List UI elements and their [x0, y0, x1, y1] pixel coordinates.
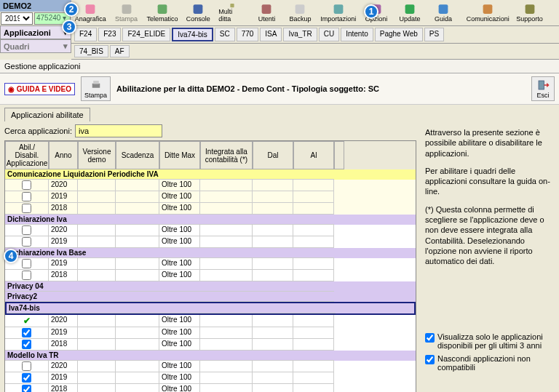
table-row[interactable]: 2019Oltre 100 — [5, 372, 416, 384]
panel-exit-button[interactable]: Esci — [531, 76, 555, 101]
tb-supporto[interactable]: Supporto — [514, 1, 544, 24]
year-select[interactable]: 2019 — [1, 12, 33, 25]
badge-4: 4 — [4, 249, 18, 263]
row-checkbox[interactable] — [22, 237, 31, 247]
svg-rect-3 — [194, 4, 203, 14]
row-checkbox[interactable] — [22, 259, 31, 268]
tab-applicazioni-abilitate[interactable]: Applicazioni abilitate — [4, 108, 90, 121]
chk-hide-incompat[interactable] — [425, 355, 435, 364]
subtab2-74_bis[interactable]: 74_BIS — [74, 45, 108, 57]
nav-applicazioni[interactable]: Applicazioni▾ — [0, 25, 71, 39]
tb-console[interactable]: Console — [183, 1, 213, 24]
row-checkbox[interactable] — [22, 204, 31, 213]
table-row[interactable]: 2018Oltre 100 — [5, 203, 416, 215]
table-row[interactable]: 2018Oltre 100 — [5, 339, 416, 351]
group-header[interactable]: Iva74-bis — [7, 303, 336, 313]
tb-anagrafica[interactable]: Anagrafica — [73, 1, 108, 24]
group-header[interactable]: Comunicazione Liquidazioni Periodiche IV… — [5, 169, 334, 180]
table-row[interactable]: 2019Oltre 100 — [5, 191, 416, 203]
table-row[interactable]: 2019Oltre 100 — [5, 236, 416, 248]
col-header: Versione demo — [78, 141, 116, 169]
tb-importazioni[interactable]: Importazioni — [318, 1, 358, 24]
col-header: Scadenza — [116, 141, 159, 169]
svg-rect-4 — [231, 4, 234, 7]
subtab-f24_elide[interactable]: F24_ELIDE — [122, 28, 170, 41]
svg-rect-7 — [333, 4, 343, 14]
subtab-770[interactable]: 770 — [237, 28, 259, 41]
print-button[interactable]: Stampa — [81, 76, 111, 101]
sub-toolbar-1: F24F23F24_ELIDEIva74-bisSC770ISAIva_TRCU… — [71, 26, 559, 44]
svg-rect-6 — [296, 4, 305, 14]
search-input[interactable] — [75, 124, 162, 137]
guide-button[interactable]: ◉ GUIDA E VIDEO — [4, 83, 75, 95]
table-row[interactable]: 2018Oltre 100 — [5, 384, 416, 392]
table-row[interactable]: 2020Oltre 100 — [5, 180, 416, 191]
tb-backup[interactable]: Backup — [285, 1, 315, 24]
col-header: Anno — [49, 141, 78, 169]
tb-update[interactable]: Update — [395, 1, 425, 24]
table-row[interactable]: ✔2020Oltre 100 — [5, 315, 416, 327]
row-checkbox[interactable] — [22, 385, 31, 392]
col-header: Abil./ Disabil. Applicazione — [5, 141, 49, 169]
row-checkbox[interactable] — [22, 373, 31, 383]
group-header[interactable]: Modello Iva TR — [5, 351, 334, 361]
table-row[interactable]: 2020Oltre 100 — [5, 361, 416, 372]
tb-comunicazioni[interactable]: Comunicazioni — [464, 1, 511, 24]
group-header[interactable]: Privacy2 — [5, 292, 334, 302]
group-header[interactable]: Dichiarazione Iva — [5, 215, 334, 225]
panel-head-title: Abilitazione per la ditta DEMO2 - Demo C… — [116, 84, 379, 93]
company-title: DEMO2 — [0, 0, 71, 12]
row-checkbox[interactable] — [22, 225, 31, 235]
tb-stampa[interactable]: Stampa — [111, 1, 142, 24]
table-row[interactable]: 2019Oltre 100 — [5, 258, 416, 270]
row-checkbox[interactable] — [22, 192, 31, 201]
tb-esci[interactable]: Esci — [551, 1, 559, 24]
badge-2: 2 — [64, 2, 79, 17]
tb-guida[interactable]: Guida — [428, 1, 459, 24]
subtab-paghe web[interactable]: Paghe Web — [375, 28, 423, 41]
search-label: Cerca applicazioni: — [4, 127, 72, 135]
col-header: Integrata alla contabilità (*) — [200, 141, 253, 169]
row-checkbox[interactable] — [22, 340, 31, 349]
badge-3: 3 — [62, 20, 76, 34]
subtab-iva74-bis[interactable]: Iva74-bis — [172, 28, 213, 41]
svg-rect-11 — [483, 4, 493, 14]
svg-rect-10 — [439, 4, 448, 14]
svg-rect-9 — [405, 4, 415, 14]
apps-grid: Abil./ Disabil. ApplicazioneAnnoVersione… — [4, 140, 416, 392]
svg-rect-14 — [92, 84, 100, 88]
panel-title: Gestione applicazioni — [0, 60, 559, 73]
tb-telematico[interactable]: Telematico — [145, 1, 181, 24]
row-checkbox[interactable] — [22, 361, 31, 371]
subtab-iva_tr[interactable]: Iva_TR — [283, 28, 317, 41]
badge-1: 1 — [364, 4, 378, 19]
subtab-sc[interactable]: SC — [215, 28, 235, 41]
subtab-ps[interactable]: PS — [424, 28, 444, 41]
nav-quadri[interactable]: Quadri▾ — [0, 39, 71, 53]
chk-last3years[interactable] — [425, 333, 435, 343]
group-header[interactable]: Dichiarazione Iva Base — [5, 248, 334, 258]
svg-rect-5 — [262, 4, 271, 14]
row-checkbox[interactable] — [22, 271, 31, 280]
subtab-intento[interactable]: Intento — [341, 28, 373, 41]
svg-rect-15 — [93, 81, 99, 84]
row-checkbox[interactable] — [22, 180, 31, 190]
table-row[interactable]: 2019Oltre 100 — [5, 327, 416, 339]
subtab-f23[interactable]: F23 — [98, 28, 121, 41]
sub-toolbar-2: 74_BISAF — [71, 44, 559, 60]
tb-multiditta[interactable]: Multi ditta — [216, 1, 248, 24]
table-row[interactable]: 2018Oltre 100 — [5, 270, 416, 281]
table-row[interactable]: 2020Oltre 100 — [5, 225, 416, 236]
row-checkbox[interactable] — [22, 328, 31, 337]
svg-rect-1 — [122, 4, 131, 14]
tb-utenti[interactable]: Utenti — [251, 1, 282, 24]
subtab-cu[interactable]: CU — [319, 28, 339, 41]
subtab2-af[interactable]: AF — [110, 45, 130, 57]
subtab-isa[interactable]: ISA — [260, 28, 282, 41]
subtab-f24[interactable]: F24 — [74, 28, 97, 41]
main-toolbar: AnagraficaStampaTelematicoConsoleMulti d… — [71, 0, 559, 26]
svg-rect-2 — [158, 4, 167, 14]
svg-rect-16 — [539, 81, 544, 89]
group-header[interactable]: Privacy 04 — [5, 281, 334, 292]
col-header: Ditte Max — [159, 141, 200, 169]
